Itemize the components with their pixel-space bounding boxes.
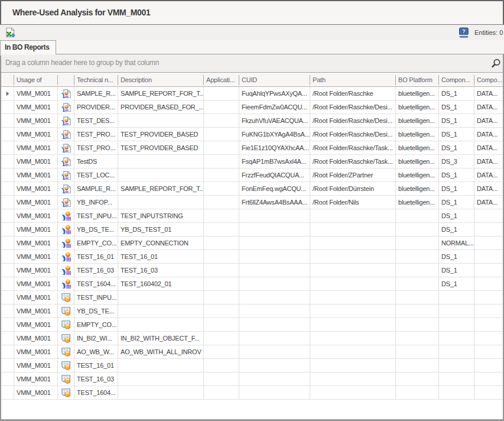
svg-text:?: ?: [462, 28, 466, 34]
